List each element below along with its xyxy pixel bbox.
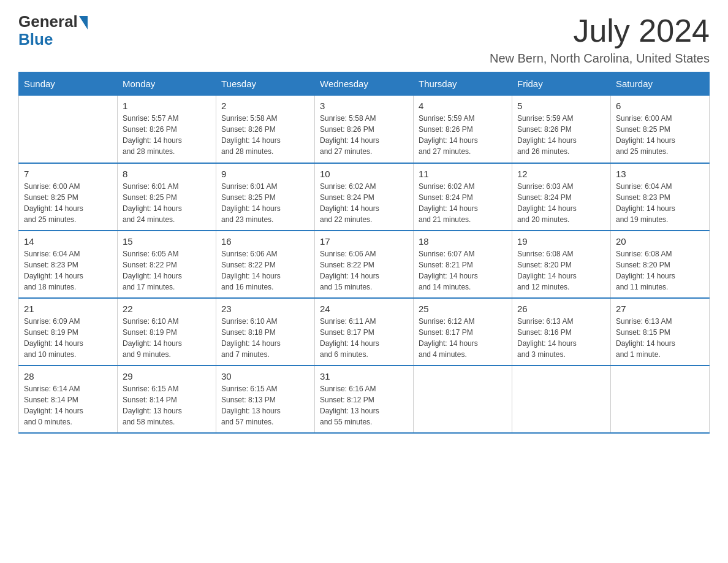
calendar-cell: 1Sunrise: 5:57 AM Sunset: 8:26 PM Daylig…: [118, 96, 216, 163]
day-number: 18: [419, 236, 507, 247]
calendar-cell: 23Sunrise: 6:10 AM Sunset: 8:18 PM Dayli…: [216, 298, 315, 366]
day-number: 21: [24, 304, 112, 314]
day-number: 29: [123, 371, 211, 381]
day-info: Sunrise: 6:06 AM Sunset: 8:22 PM Dayligh…: [320, 248, 408, 293]
day-info: Sunrise: 5:57 AM Sunset: 8:26 PM Dayligh…: [123, 113, 211, 157]
day-number: 25: [419, 304, 507, 314]
day-info: Sunrise: 6:01 AM Sunset: 8:25 PM Dayligh…: [221, 181, 309, 225]
day-info: Sunrise: 6:11 AM Sunset: 8:17 PM Dayligh…: [320, 316, 408, 360]
calendar-cell: 12Sunrise: 6:03 AM Sunset: 8:24 PM Dayli…: [512, 163, 611, 231]
day-number: 13: [616, 169, 704, 179]
day-info: Sunrise: 6:10 AM Sunset: 8:19 PM Dayligh…: [123, 316, 211, 360]
weekday-header-wednesday: Wednesday: [315, 72, 414, 96]
day-number: 30: [221, 371, 309, 381]
day-info: Sunrise: 6:01 AM Sunset: 8:25 PM Dayligh…: [123, 181, 211, 225]
day-number: 12: [517, 169, 605, 179]
day-info: Sunrise: 6:16 AM Sunset: 8:12 PM Dayligh…: [320, 383, 408, 427]
calendar-week-row: 1Sunrise: 5:57 AM Sunset: 8:26 PM Daylig…: [19, 96, 710, 163]
logo-triangle-icon: [79, 16, 88, 29]
day-info: Sunrise: 6:02 AM Sunset: 8:24 PM Dayligh…: [320, 181, 408, 225]
calendar-cell: 11Sunrise: 6:02 AM Sunset: 8:24 PM Dayli…: [414, 163, 512, 231]
day-info: Sunrise: 6:00 AM Sunset: 8:25 PM Dayligh…: [24, 181, 112, 225]
calendar-cell: 4Sunrise: 5:59 AM Sunset: 8:26 PM Daylig…: [414, 96, 512, 163]
calendar-cell: 9Sunrise: 6:01 AM Sunset: 8:25 PM Daylig…: [216, 163, 315, 231]
location-subtitle: New Bern, North Carolina, United States: [490, 52, 710, 66]
weekday-header-sunday: Sunday: [19, 72, 118, 96]
day-info: Sunrise: 6:03 AM Sunset: 8:24 PM Dayligh…: [517, 181, 605, 225]
calendar-cell: 16Sunrise: 6:06 AM Sunset: 8:22 PM Dayli…: [216, 231, 315, 298]
logo-text-general: General: [18, 12, 78, 31]
day-number: 15: [123, 236, 211, 247]
day-info: Sunrise: 6:15 AM Sunset: 8:14 PM Dayligh…: [123, 383, 211, 427]
day-info: Sunrise: 6:15 AM Sunset: 8:13 PM Dayligh…: [221, 383, 309, 427]
calendar-cell: 6Sunrise: 6:00 AM Sunset: 8:25 PM Daylig…: [611, 96, 710, 163]
day-number: 27: [616, 304, 704, 314]
calendar-week-row: 7Sunrise: 6:00 AM Sunset: 8:25 PM Daylig…: [19, 163, 710, 231]
weekday-header-friday: Friday: [512, 72, 611, 96]
day-info: Sunrise: 6:04 AM Sunset: 8:23 PM Dayligh…: [24, 248, 112, 293]
page-header: General Blue July 2024 New Bern, North C…: [18, 12, 710, 66]
day-number: 20: [616, 236, 704, 247]
calendar-cell: 17Sunrise: 6:06 AM Sunset: 8:22 PM Dayli…: [315, 231, 414, 298]
day-info: Sunrise: 6:08 AM Sunset: 8:20 PM Dayligh…: [517, 248, 605, 293]
weekday-header-thursday: Thursday: [414, 72, 512, 96]
day-number: 16: [221, 236, 309, 247]
day-info: Sunrise: 5:59 AM Sunset: 8:26 PM Dayligh…: [517, 113, 605, 157]
calendar-cell: 13Sunrise: 6:04 AM Sunset: 8:23 PM Dayli…: [611, 163, 710, 231]
day-info: Sunrise: 6:09 AM Sunset: 8:19 PM Dayligh…: [24, 316, 112, 360]
day-number: 17: [320, 236, 408, 247]
calendar-cell: 31Sunrise: 6:16 AM Sunset: 8:12 PM Dayli…: [315, 366, 414, 433]
day-info: Sunrise: 6:04 AM Sunset: 8:23 PM Dayligh…: [616, 181, 704, 225]
weekday-header-saturday: Saturday: [611, 72, 710, 96]
day-number: 26: [517, 304, 605, 314]
month-year-title: July 2024: [490, 12, 710, 49]
calendar-cell: 24Sunrise: 6:11 AM Sunset: 8:17 PM Dayli…: [315, 298, 414, 366]
calendar-cell: 7Sunrise: 6:00 AM Sunset: 8:25 PM Daylig…: [19, 163, 118, 231]
calendar-cell: 29Sunrise: 6:15 AM Sunset: 8:14 PM Dayli…: [118, 366, 216, 433]
calendar-cell: 26Sunrise: 6:13 AM Sunset: 8:16 PM Dayli…: [512, 298, 611, 366]
calendar-cell: 8Sunrise: 6:01 AM Sunset: 8:25 PM Daylig…: [118, 163, 216, 231]
day-number: 19: [517, 236, 605, 247]
weekday-header-row: SundayMondayTuesdayWednesdayThursdayFrid…: [19, 72, 710, 96]
day-number: 14: [24, 236, 112, 247]
calendar-cell: [512, 366, 611, 433]
calendar-week-row: 14Sunrise: 6:04 AM Sunset: 8:23 PM Dayli…: [19, 231, 710, 298]
calendar-cell: 14Sunrise: 6:04 AM Sunset: 8:23 PM Dayli…: [19, 231, 118, 298]
calendar-cell: 27Sunrise: 6:13 AM Sunset: 8:15 PM Dayli…: [611, 298, 710, 366]
logo-text-blue: Blue: [18, 30, 53, 49]
title-area: July 2024 New Bern, North Carolina, Unit…: [490, 12, 710, 66]
calendar-week-row: 21Sunrise: 6:09 AM Sunset: 8:19 PM Dayli…: [19, 298, 710, 366]
calendar-cell: 20Sunrise: 6:08 AM Sunset: 8:20 PM Dayli…: [611, 231, 710, 298]
day-number: 24: [320, 304, 408, 314]
weekday-header-tuesday: Tuesday: [216, 72, 315, 96]
day-info: Sunrise: 6:08 AM Sunset: 8:20 PM Dayligh…: [616, 248, 704, 293]
day-info: Sunrise: 6:05 AM Sunset: 8:22 PM Dayligh…: [123, 248, 211, 293]
day-number: 3: [320, 101, 408, 111]
day-number: 10: [320, 169, 408, 179]
calendar-cell: 2Sunrise: 5:58 AM Sunset: 8:26 PM Daylig…: [216, 96, 315, 163]
day-number: 4: [419, 101, 507, 111]
day-number: 7: [24, 169, 112, 179]
day-info: Sunrise: 6:00 AM Sunset: 8:25 PM Dayligh…: [616, 113, 704, 157]
day-info: Sunrise: 5:59 AM Sunset: 8:26 PM Dayligh…: [419, 113, 507, 157]
day-number: 9: [221, 169, 309, 179]
day-info: Sunrise: 6:06 AM Sunset: 8:22 PM Dayligh…: [221, 248, 309, 293]
day-number: 31: [320, 371, 408, 381]
calendar-cell: [19, 96, 118, 163]
day-info: Sunrise: 6:07 AM Sunset: 8:21 PM Dayligh…: [419, 248, 507, 293]
logo: General Blue: [18, 12, 88, 49]
calendar-cell: 30Sunrise: 6:15 AM Sunset: 8:13 PM Dayli…: [216, 366, 315, 433]
day-number: 23: [221, 304, 309, 314]
day-info: Sunrise: 5:58 AM Sunset: 8:26 PM Dayligh…: [221, 113, 309, 157]
calendar-cell: 25Sunrise: 6:12 AM Sunset: 8:17 PM Dayli…: [414, 298, 512, 366]
day-info: Sunrise: 6:10 AM Sunset: 8:18 PM Dayligh…: [221, 316, 309, 360]
day-info: Sunrise: 6:13 AM Sunset: 8:15 PM Dayligh…: [616, 316, 704, 360]
day-info: Sunrise: 6:02 AM Sunset: 8:24 PM Dayligh…: [419, 181, 507, 225]
calendar-cell: 21Sunrise: 6:09 AM Sunset: 8:19 PM Dayli…: [19, 298, 118, 366]
calendar-cell: [414, 366, 512, 433]
day-number: 11: [419, 169, 507, 179]
day-info: Sunrise: 6:12 AM Sunset: 8:17 PM Dayligh…: [419, 316, 507, 360]
calendar-cell: 5Sunrise: 5:59 AM Sunset: 8:26 PM Daylig…: [512, 96, 611, 163]
day-number: 22: [123, 304, 211, 314]
calendar-cell: 22Sunrise: 6:10 AM Sunset: 8:19 PM Dayli…: [118, 298, 216, 366]
